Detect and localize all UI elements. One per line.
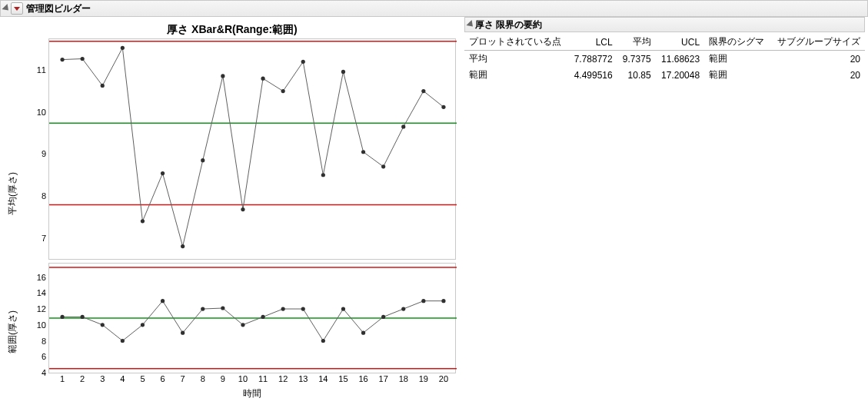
range-chart[interactable]: 4681012141612345678910111213141516171819… [48, 263, 456, 373]
disclosure-triangle-icon[interactable] [2, 4, 11, 13]
svg-line-7 [142, 174, 162, 221]
x-tick-label: 18 [399, 374, 408, 383]
svg-line-17 [343, 71, 363, 151]
y-tick-label: 10 [37, 108, 46, 117]
x-tick-label: 3 [100, 374, 105, 383]
data-point [341, 70, 345, 74]
x-tick-label: 14 [318, 374, 328, 383]
data-point [281, 307, 285, 310]
cell-ucl: 17.20048 [656, 67, 705, 83]
svg-line-29 [142, 301, 162, 325]
svg-line-33 [223, 308, 243, 325]
disclosure-triangle-icon[interactable] [466, 20, 475, 29]
y-tick-label: 4 [42, 368, 46, 377]
x-tick-label: 16 [358, 374, 367, 383]
data-point [221, 74, 224, 78]
data-point [361, 150, 365, 154]
data-point [60, 315, 64, 319]
x-tick-label: 8 [201, 374, 205, 383]
summary-header[interactable]: 厚さ 限界の要約 [464, 17, 865, 32]
cell-ucl: 11.68623 [656, 51, 705, 68]
cell-lcl: 4.499516 [568, 67, 617, 83]
data-point [60, 58, 64, 61]
svg-line-35 [263, 309, 283, 317]
data-point [401, 307, 405, 310]
y-tick-label: 8 [42, 337, 46, 346]
data-point [141, 219, 145, 223]
data-point [221, 306, 224, 310]
cell-lcl: 7.788772 [568, 51, 617, 68]
x-tick-label: 9 [221, 374, 225, 383]
table-row: 範囲 4.499516 10.85 17.20048 範囲 20 [464, 67, 865, 83]
report-menu-button[interactable] [11, 2, 23, 15]
svg-line-41 [384, 309, 404, 317]
col-point: プロットされている点 [464, 34, 568, 51]
data-point [201, 158, 205, 162]
data-point [321, 339, 325, 343]
data-point [381, 315, 385, 319]
svg-line-6 [122, 48, 142, 221]
data-point [141, 323, 145, 327]
svg-line-40 [364, 317, 384, 333]
y-tick-label: 8 [42, 191, 46, 201]
table-header-row: プロットされている点 LCL 平均 UCL 限界のシグマ サブグループサイズ [464, 34, 865, 51]
section-title: 管理図ビルダー [26, 2, 91, 15]
x-tick-label: 1 [60, 374, 65, 383]
data-point [261, 77, 264, 81]
data-point [161, 171, 165, 175]
y-tick-label: 10 [37, 320, 46, 330]
chart-title: 厚さ XBar&R(Range:範囲) [2, 23, 463, 37]
x-tick-label: 15 [338, 374, 348, 383]
svg-line-42 [404, 301, 424, 309]
data-point [361, 331, 365, 335]
x-tick-label: 12 [278, 374, 288, 383]
svg-line-38 [323, 309, 343, 340]
data-point [181, 331, 185, 335]
summary-column: 厚さ 限界の要約 プロットされている点 LCL 平均 UCL 限界のシグマ サブ… [464, 17, 868, 83]
data-point [421, 89, 425, 93]
data-point [101, 84, 105, 88]
svg-line-4 [82, 58, 102, 85]
data-point [301, 60, 305, 64]
data-point [401, 124, 405, 128]
svg-line-9 [183, 161, 203, 247]
svg-line-8 [163, 174, 183, 247]
svg-line-18 [364, 152, 384, 167]
data-point [281, 89, 285, 93]
data-point [81, 57, 85, 61]
xbar-chart[interactable]: 7891011 [48, 38, 456, 260]
svg-line-10 [203, 76, 223, 161]
data-point [121, 46, 125, 50]
svg-line-30 [163, 301, 183, 333]
col-subgroup: サブグループサイズ [770, 34, 865, 51]
svg-line-15 [303, 61, 323, 174]
limits-summary-table: プロットされている点 LCL 平均 UCL 限界のシグマ サブグループサイズ 平… [464, 34, 865, 83]
outline-header[interactable]: 管理図ビルダー [0, 0, 868, 17]
svg-line-19 [384, 127, 404, 167]
svg-line-3 [62, 58, 82, 59]
data-point [261, 315, 264, 319]
data-point [241, 323, 244, 327]
x-tick-label: 20 [439, 374, 448, 383]
svg-line-28 [122, 325, 142, 341]
y-tick-label: 9 [42, 149, 46, 158]
col-lcl: LCL [568, 34, 617, 51]
data-point [321, 173, 325, 177]
svg-line-21 [424, 91, 444, 108]
summary-title: 厚さ 限界の要約 [475, 18, 542, 32]
y-tick-label: 14 [37, 288, 46, 297]
x-tick-label: 11 [258, 374, 268, 383]
cell-mean: 10.85 [617, 67, 656, 83]
data-point [421, 299, 425, 303]
svg-line-27 [102, 325, 122, 341]
data-point [101, 323, 105, 327]
svg-line-20 [404, 91, 424, 127]
y-tick-label: 16 [37, 273, 46, 282]
x-tick-label: 10 [238, 374, 248, 383]
x-tick-label: 6 [160, 374, 165, 383]
data-point [181, 244, 185, 248]
data-point [441, 105, 445, 109]
y-tick-label: 7 [42, 234, 46, 243]
svg-line-13 [263, 78, 283, 91]
data-point [121, 339, 125, 343]
